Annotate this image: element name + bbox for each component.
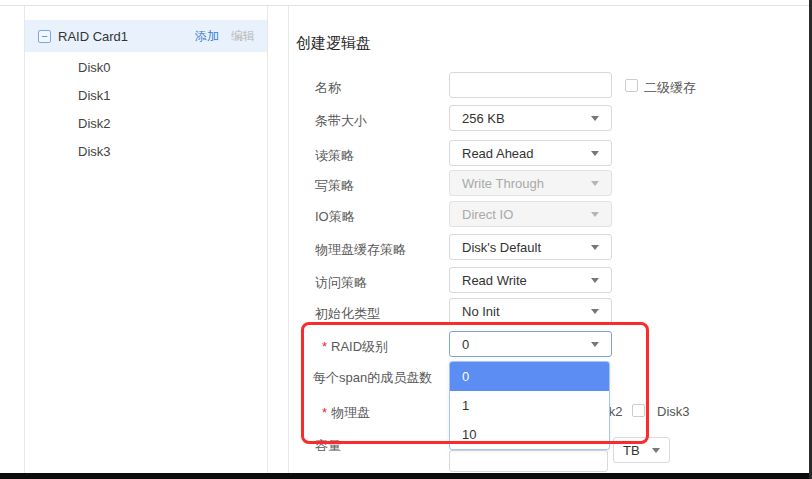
required-asterisk: * [322, 405, 327, 420]
span-members-label: 每个span的成员盘数 [313, 369, 447, 387]
name-input[interactable] [449, 72, 612, 98]
raid-card-label: RAID Card1 [58, 29, 128, 44]
io-policy-select: Direct IO [449, 201, 612, 227]
raid-config-page: − RAID Card1 添加编辑 Disk0 Disk1 Disk2 Disk… [0, 0, 812, 479]
write-policy-select: Write Through [449, 170, 612, 196]
access-policy-select[interactable]: Read Write [449, 267, 612, 293]
form-panel-left-border [288, 6, 289, 473]
chevron-down-icon [591, 151, 599, 156]
required-asterisk: * [322, 339, 327, 354]
frame-bottom-border [0, 473, 812, 479]
secondary-cache-checkbox[interactable] [625, 79, 638, 92]
sidebar-item-disk2[interactable]: Disk2 [78, 116, 111, 131]
write-policy-label: 写策略 [315, 177, 449, 195]
sidebar-item-disk0[interactable]: Disk0 [78, 60, 111, 75]
read-policy-select[interactable]: Read Ahead [449, 140, 612, 166]
chevron-down-icon [591, 181, 599, 186]
raid-card-actions: 添加编辑 [195, 28, 255, 45]
write-policy-value: Write Through [462, 176, 544, 191]
chevron-down-icon [591, 245, 599, 250]
capacity-input[interactable] [449, 450, 608, 472]
frame-top-border [0, 5, 812, 6]
chevron-down-icon [591, 212, 599, 217]
disk-cache-policy-label: 物理盘缓存策略 [315, 241, 449, 259]
sidebar-item-disk1[interactable]: Disk1 [78, 88, 111, 103]
raid-level-value: 0 [462, 337, 469, 352]
init-type-label: 初始化类型 [315, 305, 449, 323]
physical-disks-label-text: 物理盘 [331, 405, 370, 420]
stripe-size-select[interactable]: 256 KB [449, 105, 612, 131]
chevron-down-icon [591, 116, 599, 121]
io-policy-value: Direct IO [462, 207, 513, 222]
raid-level-option-10[interactable]: 10 [450, 420, 609, 449]
stripe-size-value: 256 KB [462, 111, 505, 126]
raid-level-option-0[interactable]: 0 [450, 362, 609, 391]
raid-level-label: *RAID级别 [322, 338, 456, 356]
sidebar-item-raid-card[interactable]: − RAID Card1 添加编辑 [25, 20, 267, 52]
chevron-down-icon [652, 448, 660, 453]
disk-cache-policy-value: Disk's Default [462, 240, 541, 255]
chevron-down-icon [591, 342, 599, 347]
sidebar-right-border [267, 6, 268, 473]
collapse-minus-icon[interactable]: − [38, 30, 51, 43]
edit-link[interactable]: 编辑 [231, 29, 255, 43]
sidebar-left-border [24, 6, 25, 473]
stripe-size-label: 条带大小 [315, 112, 449, 130]
init-type-value: No Init [462, 304, 500, 319]
raid-level-label-text: RAID级别 [331, 339, 388, 354]
access-policy-value: Read Write [462, 273, 527, 288]
secondary-cache-label: 二级缓存 [644, 79, 696, 97]
read-policy-value: Read Ahead [462, 146, 534, 161]
access-policy-label: 访问策略 [315, 274, 449, 292]
page-title: 创建逻辑盘 [296, 34, 371, 53]
name-label: 名称 [315, 79, 449, 97]
physical-disks-label: *物理盘 [322, 404, 456, 422]
init-type-select[interactable]: No Init [449, 298, 612, 324]
chevron-down-icon [591, 278, 599, 283]
add-link[interactable]: 添加 [195, 29, 219, 43]
sidebar-item-disk3[interactable]: Disk3 [78, 144, 111, 159]
disk3-checkbox[interactable] [632, 404, 645, 417]
raid-level-select[interactable]: 0 [449, 331, 612, 357]
read-policy-label: 读策略 [315, 147, 449, 165]
raid-level-option-1[interactable]: 1 [450, 391, 609, 420]
io-policy-label: IO策略 [315, 208, 449, 226]
raid-level-dropdown: 0 1 10 [449, 361, 610, 450]
capacity-unit-value: TB [623, 443, 640, 458]
capacity-unit-select[interactable]: TB [613, 437, 670, 463]
disk3-checkbox-label: Disk3 [657, 404, 690, 419]
capacity-label: 容量 [315, 437, 449, 455]
disk-cache-policy-select[interactable]: Disk's Default [449, 234, 612, 260]
chevron-down-icon [591, 309, 599, 314]
